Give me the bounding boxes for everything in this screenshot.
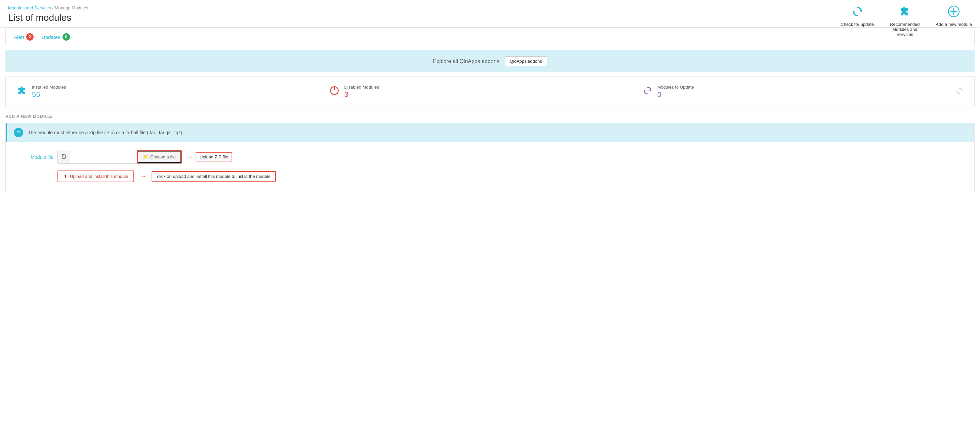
puzzle-icon	[899, 5, 911, 20]
upload-zip-annotation: Upload ZIP file	[196, 152, 232, 162]
installed-modules-stat: Installed Modules 55	[16, 85, 329, 99]
add-module-card: ? The module must either be a Zip file (…	[5, 123, 975, 193]
installed-modules-label: Installed Modules	[32, 85, 66, 90]
disabled-modules-info: Disabled Modules 3	[344, 85, 379, 99]
add-module-title: ADD A NEW MODULE	[5, 111, 975, 119]
choose-file-label: Choose a file	[150, 154, 176, 160]
modules-to-update-stat: Modules to Update 0	[643, 85, 956, 99]
modules-to-update-value: 0	[657, 90, 694, 99]
installed-modules-icon	[16, 85, 27, 98]
module-file-label: Module file	[16, 154, 53, 160]
recommended-modules-label: Recommended Modules and Services	[885, 22, 925, 37]
add-new-module-label: Add a new module	[935, 22, 972, 27]
installed-modules-info: Installed Modules 55	[32, 85, 66, 99]
file-text-input[interactable]	[70, 152, 137, 162]
file-icon	[58, 151, 70, 163]
qlo-apps-addons-button[interactable]: QloApps addons	[505, 56, 547, 66]
upload-zip-annotation-group: → Upload ZIP file	[186, 152, 232, 162]
recommended-modules-action[interactable]: Recommended Modules and Services	[885, 5, 925, 37]
updates-tab-label: Updates	[42, 34, 60, 40]
breadcrumb-current: Manage Modules	[55, 5, 88, 10]
add-new-module-action[interactable]: Add a new module	[935, 5, 972, 27]
info-text: The module must either be a Zip file (.z…	[28, 130, 183, 135]
stats-refresh-icon[interactable]	[956, 87, 964, 97]
installed-modules-value: 55	[32, 90, 66, 99]
info-icon: ?	[14, 128, 23, 137]
alert-tab-label: Alert	[14, 34, 24, 40]
breadcrumb-separator: /	[52, 5, 55, 10]
refresh-icon	[851, 5, 863, 20]
form-area: Module file 📁	[6, 142, 974, 193]
choose-file-button[interactable]: 📁 Choose a file	[138, 151, 181, 163]
stats-card: Installed Modules 55 Disabled Modules 3	[5, 76, 975, 108]
module-file-row: Module file 📁	[16, 150, 964, 164]
page-title: List of modules	[8, 13, 972, 23]
upload-install-arrow: →	[140, 173, 146, 180]
info-banner: ? The module must either be a Zip file (…	[6, 123, 974, 142]
svg-marker-7	[649, 89, 651, 90]
updates-badge: 0	[62, 33, 70, 41]
alert-tab[interactable]: Alert 2	[14, 33, 33, 41]
alert-badge: 2	[26, 33, 33, 41]
breadcrumb: Modules and Services / Manage Modules	[8, 5, 972, 10]
add-circle-icon	[948, 5, 960, 20]
upload-install-button[interactable]: ⬆ Upload and install this module	[57, 171, 134, 182]
upload-install-label: Upload and install this module	[70, 174, 128, 179]
add-module-section: ADD A NEW MODULE ? The module must eithe…	[5, 111, 975, 193]
disabled-modules-icon	[329, 86, 339, 98]
file-input-group: 📁 Choose a file	[57, 150, 182, 164]
page-header: Modules and Services / Manage Modules Li…	[0, 0, 980, 27]
modules-to-update-icon	[643, 86, 653, 98]
upload-install-annotation: click on upload and install this module …	[151, 171, 275, 182]
upload-icon: ⬆	[64, 174, 67, 179]
modules-to-update-label: Modules to Update	[657, 85, 694, 90]
disabled-modules-label: Disabled Modules	[344, 85, 379, 90]
disabled-modules-stat: Disabled Modules 3	[329, 85, 642, 99]
alert-updates-card: Alert 2 Updates 0	[5, 27, 975, 46]
updates-tab[interactable]: Updates 0	[42, 33, 70, 41]
disabled-modules-value: 3	[344, 90, 379, 99]
upload-zip-arrow: →	[186, 153, 193, 161]
tabs-row: Alert 2 Updates 0	[14, 33, 966, 41]
check-for-update-action[interactable]: Check for update	[840, 5, 874, 27]
explore-text: Explore all QloApps addons	[433, 59, 499, 65]
breadcrumb-parent-link[interactable]: Modules and Services	[8, 5, 51, 10]
choose-file-icon: 📁	[143, 154, 148, 160]
file-row-wrapper: 📁 Choose a file → Upload ZIP file	[57, 150, 232, 164]
check-for-update-label: Check for update	[840, 22, 874, 27]
top-actions-bar: Check for update Recommended Modules and…	[840, 5, 972, 37]
modules-to-update-info: Modules to Update 0	[657, 85, 694, 99]
explore-banner: Explore all QloApps addons QloApps addon…	[5, 50, 975, 72]
upload-annotation-area: ⬆ Upload and install this module → click…	[57, 171, 964, 182]
